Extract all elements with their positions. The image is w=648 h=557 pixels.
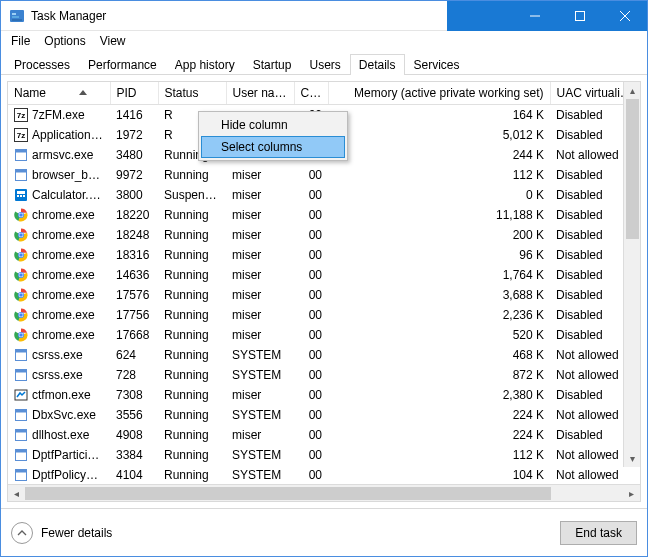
process-memory: 1,764 K <box>328 265 550 285</box>
process-memory: 0 K <box>328 185 550 205</box>
minimize-button[interactable] <box>512 1 557 31</box>
process-icon <box>14 428 28 442</box>
process-memory: 112 K <box>328 165 550 185</box>
process-icon <box>14 448 28 462</box>
column-header-cpu[interactable]: CPU <box>294 82 328 105</box>
column-header-memory[interactable]: Memory (active private working set) <box>328 82 550 105</box>
process-cpu: 00 <box>294 345 328 365</box>
tab-startup[interactable]: Startup <box>244 54 301 75</box>
process-status: Running <box>158 405 226 425</box>
fewer-details-toggle[interactable]: Fewer details <box>11 522 112 544</box>
column-header-user[interactable]: User name <box>226 82 294 105</box>
process-pid: 18248 <box>110 225 158 245</box>
titlebar: Task Manager <box>1 1 647 31</box>
table-row[interactable]: csrss.exe624RunningSYSTEM00468 KNot allo… <box>8 345 640 365</box>
process-cpu: 00 <box>294 205 328 225</box>
table-row[interactable]: DptfPolicyCri...4104RunningSYSTEM00104 K… <box>8 465 640 485</box>
process-name: chrome.exe <box>32 328 95 342</box>
table-row[interactable]: chrome.exe17576Runningmiser003,688 KDisa… <box>8 285 640 305</box>
process-uac: Not allowed <box>550 465 640 485</box>
tab-processes[interactable]: Processes <box>5 54 79 75</box>
process-icon <box>14 308 28 322</box>
table-row[interactable]: DptfParticipa...3384RunningSYSTEM00112 K… <box>8 445 640 465</box>
process-memory: 224 K <box>328 425 550 445</box>
process-name: chrome.exe <box>32 308 95 322</box>
table-row[interactable]: dllhost.exe4908Runningmiser00224 KDisabl… <box>8 425 640 445</box>
process-user: SYSTEM <box>226 445 294 465</box>
process-memory: 112 K <box>328 445 550 465</box>
table-row[interactable]: chrome.exe18220Runningmiser0011,188 KDis… <box>8 205 640 225</box>
process-status: Running <box>158 305 226 325</box>
tab-performance[interactable]: Performance <box>79 54 166 75</box>
vertical-scrollbar[interactable]: ▴ ▾ <box>623 82 640 467</box>
process-icon <box>14 268 28 282</box>
process-pid: 17668 <box>110 325 158 345</box>
process-memory: 200 K <box>328 225 550 245</box>
table-row[interactable]: chrome.exe14636Runningmiser001,764 KDisa… <box>8 265 640 285</box>
column-header-status[interactable]: Status <box>158 82 226 105</box>
process-status: Running <box>158 225 226 245</box>
menu-options[interactable]: Options <box>38 32 91 50</box>
scroll-up-icon[interactable]: ▴ <box>624 82 640 99</box>
process-table-container: Name PID Status User name CPU Memory (ac… <box>7 81 641 502</box>
process-pid: 7308 <box>110 385 158 405</box>
process-pid: 9972 <box>110 165 158 185</box>
table-row[interactable]: chrome.exe18316Runningmiser0096 KDisable… <box>8 245 640 265</box>
table-row[interactable]: DbxSvc.exe3556RunningSYSTEM00224 KNot al… <box>8 405 640 425</box>
tab-app-history[interactable]: App history <box>166 54 244 75</box>
close-button[interactable] <box>602 1 647 31</box>
horizontal-scrollbar[interactable]: ◂ ▸ <box>8 484 640 501</box>
table-row[interactable]: browser_bro...9972Runningmiser00112 KDis… <box>8 165 640 185</box>
process-status: Running <box>158 465 226 485</box>
process-memory: 244 K <box>328 145 550 165</box>
column-header-pid[interactable]: PID <box>110 82 158 105</box>
svg-point-32 <box>19 253 23 257</box>
tab-details[interactable]: Details <box>350 54 405 75</box>
column-header-name[interactable]: Name <box>8 82 110 105</box>
process-pid: 17756 <box>110 305 158 325</box>
tab-users[interactable]: Users <box>300 54 349 75</box>
hscroll-track[interactable] <box>25 485 623 501</box>
process-memory: 164 K <box>328 105 550 125</box>
process-name: chrome.exe <box>32 208 95 222</box>
tab-services[interactable]: Services <box>405 54 469 75</box>
table-row[interactable]: ctfmon.exe7308Runningmiser002,380 KDisab… <box>8 385 640 405</box>
maximize-button[interactable] <box>557 1 602 31</box>
process-pid: 3384 <box>110 445 158 465</box>
table-row[interactable]: chrome.exe17668Runningmiser00520 KDisabl… <box>8 325 640 345</box>
process-memory: 2,380 K <box>328 385 550 405</box>
table-row[interactable]: chrome.exe17756Runningmiser002,236 KDisa… <box>8 305 640 325</box>
table-row[interactable]: chrome.exe18248Runningmiser00200 KDisabl… <box>8 225 640 245</box>
process-memory: 468 K <box>328 345 550 365</box>
process-name: armsvc.exe <box>32 148 93 162</box>
menu-file[interactable]: File <box>5 32 36 50</box>
scroll-down-icon[interactable]: ▾ <box>624 450 640 467</box>
svg-rect-55 <box>16 409 27 412</box>
process-user: miser <box>226 325 294 345</box>
svg-rect-50 <box>16 349 27 352</box>
process-cpu: 00 <box>294 445 328 465</box>
process-user: miser <box>226 245 294 265</box>
process-status: Running <box>158 205 226 225</box>
process-user: SYSTEM <box>226 365 294 385</box>
context-hide-column[interactable]: Hide column <box>201 114 345 136</box>
process-user: miser <box>226 285 294 305</box>
process-status: Running <box>158 385 226 405</box>
scroll-left-icon[interactable]: ◂ <box>8 485 25 502</box>
scroll-thumb[interactable] <box>626 99 639 239</box>
end-task-button[interactable]: End task <box>560 521 637 545</box>
svg-rect-61 <box>16 469 27 472</box>
scroll-right-icon[interactable]: ▸ <box>623 485 640 502</box>
menu-view[interactable]: View <box>94 32 132 50</box>
table-row[interactable]: Calculator.exe3800Suspendedmiser000 KDis… <box>8 185 640 205</box>
hscroll-thumb[interactable] <box>25 487 551 500</box>
process-user: miser <box>226 305 294 325</box>
process-icon <box>14 188 28 202</box>
process-icon <box>14 408 28 422</box>
scroll-track[interactable] <box>624 99 640 450</box>
context-select-columns[interactable]: Select columns <box>201 136 345 158</box>
process-memory: 11,188 K <box>328 205 550 225</box>
process-user: SYSTEM <box>226 465 294 485</box>
process-icon <box>14 288 28 302</box>
table-row[interactable]: csrss.exe728RunningSYSTEM00872 KNot allo… <box>8 365 640 385</box>
